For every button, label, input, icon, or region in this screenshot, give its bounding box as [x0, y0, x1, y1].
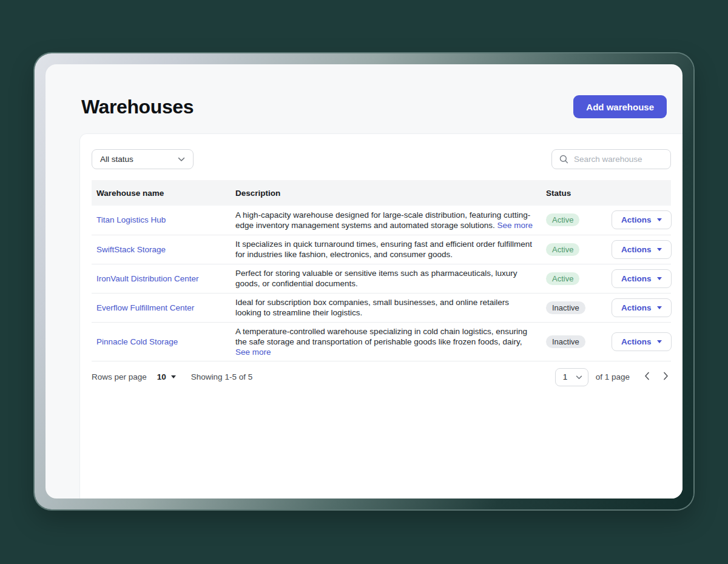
actions-button-label: Actions	[621, 303, 652, 312]
rows-per-page-label: Rows per page	[92, 372, 147, 381]
showing-range-text: Showing 1-5 of 5	[191, 372, 252, 381]
actions-button[interactable]: Actions	[612, 269, 672, 288]
window-frame: Warehouses Add warehouse All status	[35, 53, 693, 509]
see-more-link[interactable]: See more	[497, 221, 533, 230]
search-input[interactable]	[574, 155, 663, 164]
actions-button[interactable]: Actions	[612, 298, 672, 317]
table-row: Titan Logistics HubA high-capacity wareh…	[92, 206, 671, 235]
warehouse-description: Ideal for subscription box companies, sm…	[235, 297, 536, 318]
actions-button[interactable]: Actions	[612, 210, 672, 229]
column-warehouse-name: Warehouse name	[92, 180, 231, 206]
column-description: Description	[231, 180, 541, 206]
desktop-background: Warehouses Add warehouse All status	[0, 0, 728, 564]
chevron-right-icon	[663, 372, 669, 382]
app-card: Warehouses Add warehouse All status	[46, 64, 682, 499]
caret-down-icon	[657, 306, 662, 309]
column-actions	[607, 180, 671, 206]
warehouse-name-link[interactable]: Titan Logistics Hub	[96, 215, 166, 224]
add-warehouse-button[interactable]: Add warehouse	[573, 95, 667, 118]
table-row: Everflow Fulfillment CenterIdeal for sub…	[92, 293, 671, 322]
rows-per-page-value: 10	[157, 372, 166, 381]
search-warehouse-box[interactable]	[551, 149, 671, 169]
page-header: Warehouses Add warehouse	[46, 64, 682, 133]
see-more-link[interactable]: See more	[235, 347, 271, 357]
pagination-bar: Rows per page 10 Showing 1-5 of 5 1	[92, 361, 671, 393]
status-filter-value: All status	[100, 155, 133, 164]
status-badge: Active	[546, 213, 579, 226]
table-body: Titan Logistics HubA high-capacity wareh…	[92, 206, 671, 361]
caret-down-icon	[657, 340, 662, 343]
actions-button-label: Actions	[621, 215, 652, 224]
status-badge: Active	[546, 272, 579, 285]
actions-button-label: Actions	[621, 337, 652, 346]
warehouse-name-link[interactable]: IronVault Distribution Center	[96, 274, 199, 283]
page-count-text: of 1 page	[596, 372, 630, 381]
warehouse-description: A high-capacity warehouse designed for l…	[235, 210, 536, 230]
actions-button-label: Actions	[621, 274, 652, 283]
status-badge: Inactive	[546, 335, 585, 348]
table-row: IronVault Distribution CenterPerfect for…	[92, 264, 671, 293]
page-title: Warehouses	[81, 96, 194, 118]
status-filter-select[interactable]: All status	[92, 149, 194, 169]
caret-down-icon	[171, 375, 176, 378]
warehouse-name-link[interactable]: SwiftStack Storage	[96, 245, 166, 254]
warehouse-description: Perfect for storing valuable or sensitiv…	[235, 268, 536, 289]
chevron-down-icon	[576, 372, 582, 381]
table-row: Pinnacle Cold StorageA temperature-contr…	[92, 322, 671, 361]
warehouses-table: Warehouse name Description Status Titan …	[92, 180, 671, 361]
status-badge: Active	[546, 243, 579, 256]
chevron-down-icon	[178, 155, 185, 164]
next-page-button[interactable]	[661, 369, 671, 384]
caret-down-icon	[657, 218, 662, 221]
warehouses-panel: All status	[79, 133, 682, 499]
rows-per-page-select[interactable]: 10	[157, 372, 176, 381]
previous-page-button[interactable]	[642, 369, 652, 384]
table-header: Warehouse name Description Status	[92, 180, 671, 206]
warehouse-description: A temperature-controlled warehouse speci…	[235, 326, 536, 357]
actions-button[interactable]: Actions	[612, 240, 672, 259]
caret-down-icon	[657, 277, 662, 280]
page-number-value: 1	[563, 372, 568, 381]
column-status: Status	[541, 180, 607, 206]
search-icon	[559, 155, 568, 164]
warehouse-name-link[interactable]: Pinnacle Cold Storage	[96, 337, 178, 346]
page-navigation: 1 of 1 page	[555, 368, 671, 386]
warehouse-name-link[interactable]: Everflow Fulfillment Center	[96, 303, 194, 312]
table-row: SwiftStack StorageIt specializes in quic…	[92, 235, 671, 264]
caret-down-icon	[657, 248, 662, 251]
warehouse-description: It specializes in quick turnaround times…	[235, 239, 536, 260]
table-toolbar: All status	[92, 149, 671, 169]
page-number-select[interactable]: 1	[555, 368, 588, 386]
actions-button[interactable]: Actions	[612, 332, 672, 351]
chevron-left-icon	[644, 372, 650, 382]
status-badge: Inactive	[546, 301, 585, 314]
actions-button-label: Actions	[621, 245, 652, 254]
